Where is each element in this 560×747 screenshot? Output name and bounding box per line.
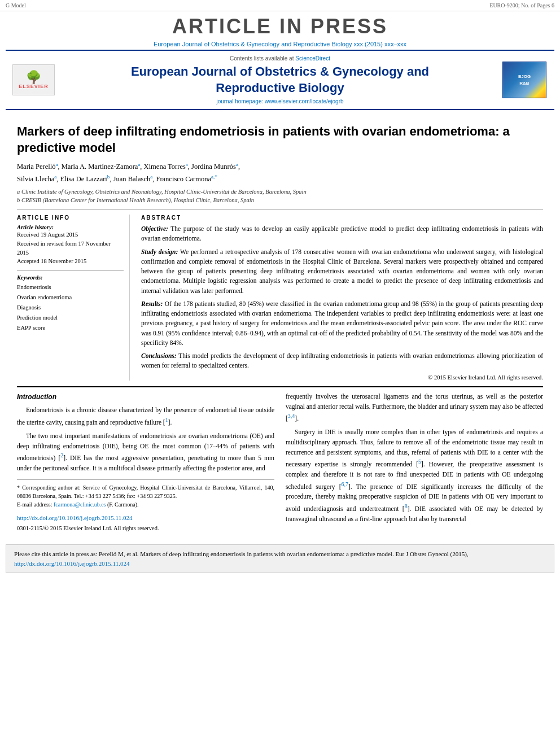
body-section: Introduction Endometriosis is a chronic … (17, 392, 543, 533)
divider-1 (17, 209, 543, 210)
affiliation-b: b CRESIB (Barcelona Center for Internati… (17, 197, 254, 203)
article-in-press-title: ARTICLE IN PRESS (0, 15, 560, 38)
article-title: Markers of deep infiltrating endometrios… (17, 124, 543, 156)
intro-para-4: Surgery in DIE is usually more complex t… (286, 427, 543, 525)
doi-link[interactable]: http://dx.doi.org/10.1016/j.ejogrb.2015.… (17, 513, 274, 523)
intro-para-1: Endometriosis is a chronic disease chara… (17, 405, 274, 427)
elsevier-logo-area: 🌳 ELSEVIER (12, 64, 58, 95)
journal-link-line: European Journal of Obstetrics & Gynecol… (0, 40, 560, 50)
footnote-email: E-mail address: fcarmona@clinic.ub.es (F… (17, 500, 274, 509)
affiliations: a Clinic Institute of Gynecology, Obstet… (17, 187, 543, 206)
contents-line: Contents lists available at ScienceDirec… (64, 55, 496, 62)
article-history: Article history: Received 19 August 2015… (17, 224, 124, 266)
doi-area: http://dx.doi.org/10.1016/j.ejogrb.2015.… (17, 513, 274, 533)
contents-label: Contents lists available at (230, 55, 294, 62)
citation-text: Please cite this article in press as: Pe… (14, 551, 469, 557)
revised-date: Received in revised form 17 November 201… (17, 239, 124, 257)
footnotes-area: * Corresponding author at: Service of Gy… (17, 479, 274, 509)
ref-5: 5 (418, 458, 421, 465)
journal-title-area: Contents lists available at ScienceDirec… (64, 55, 496, 104)
received-date: Received 19 August 2015 (17, 230, 124, 239)
keywords-group: Keywords: Endometriosis Ovarian endometr… (17, 274, 124, 333)
elsevier-logo: 🌳 ELSEVIER (12, 64, 55, 95)
objective-label: Objective: (141, 225, 168, 232)
divider-info (17, 270, 124, 271)
keywords-label: Keywords: (17, 274, 124, 281)
accepted-date: Accepted 18 November 2015 (17, 257, 124, 266)
ref-67: 6,7 (341, 481, 348, 487)
keywords-list: Endometriosis Ovarian endometrioma Diagn… (17, 282, 124, 333)
elsevier-tree-icon: 🌳 (26, 71, 41, 84)
objective-text: The purpose of the study was to develop … (141, 225, 543, 242)
body-col-left: Introduction Endometriosis is a chronic … (17, 392, 274, 533)
info-abstract-section: ARTICLE INFO Article history: Received 1… (17, 215, 543, 381)
keyword-2: Ovarian endometrioma (17, 292, 124, 303)
intro-para-3: frequently involves the uterosacral liga… (286, 392, 543, 424)
article-info-label: ARTICLE INFO (17, 215, 124, 221)
email-name: (F. Carmona). (107, 501, 139, 508)
ref-2: 2 (60, 452, 63, 458)
keyword-1: Endometriosis (17, 282, 124, 292)
conclusions-label: Conclusions: (141, 352, 177, 359)
right-logo-text: EJOGR&B (518, 73, 531, 86)
body-col-right: frequently involves the uterosacral liga… (286, 392, 543, 533)
affiliation-a: a Clinic Institute of Gynecology, Obstet… (17, 189, 307, 195)
email-label: E-mail address: (17, 501, 52, 508)
study-design-label: Study design: (141, 248, 178, 255)
journal-right-logo: EJOGR&B (502, 62, 546, 98)
abstract-objective: Objective: The purpose of the study was … (141, 224, 543, 244)
journal-homepage: journal homepage: www.elsevier.com/locat… (64, 98, 496, 104)
article-in-press-banner: ARTICLE IN PRESS (0, 11, 560, 40)
journal-link-text: European Journal of Obstetrics & Gynecol… (154, 41, 406, 47)
main-content: Markers of deep infiltrating endometrios… (0, 110, 560, 539)
conclusions-text: This model predicts the development of d… (141, 352, 543, 369)
citation-box: Please cite this article in press as: Pe… (6, 544, 554, 573)
intro-para-2: The two most important manifestations of… (17, 431, 274, 474)
top-banner: G Model EURO-9200; No. of Pages 6 (0, 0, 560, 11)
results-label: Results: (141, 300, 163, 307)
keyword-3: Diagnosis (17, 303, 124, 313)
keyword-5: EAPP score (17, 323, 124, 333)
abstract-conclusions: Conclusions: This model predicts the dev… (141, 351, 543, 371)
ref-3: 3,4 (288, 413, 295, 419)
elsevier-label-text: ELSEVIER (19, 84, 49, 89)
history-label: Article history: (17, 224, 124, 230)
divider-body (17, 386, 543, 387)
keyword-4: Prediction model (17, 313, 124, 323)
authors-line: Maria Perellóa, Maria A. Martínez-Zamora… (17, 160, 543, 184)
doi-copyright: 0301-2115/© 2015 Elsevier Ireland Ltd. A… (17, 524, 274, 533)
email-address[interactable]: fcarmona@clinic.ub.es (54, 501, 106, 508)
article-info-col: ARTICLE INFO Article history: Received 1… (17, 215, 130, 381)
introduction-heading: Introduction (17, 392, 274, 403)
ref-8: 8 (405, 503, 408, 509)
abstract-col: ABSTRACT Objective: The purpose of the s… (141, 215, 543, 381)
abstract-copyright: © 2015 Elsevier Ireland Ltd. All rights … (141, 374, 543, 381)
study-design-text: We performed a retrospective analysis of… (141, 248, 543, 294)
ref-1: 1 (165, 417, 168, 423)
citation-link[interactable]: http://dx.doi.org/10.1016/j.ejogrb.2015.… (14, 560, 129, 567)
abstract-label: ABSTRACT (141, 215, 543, 221)
abstract-study-design: Study design: We performed a retrospecti… (141, 247, 543, 296)
model-number: EURO-9200; No. of Pages 6 (489, 2, 554, 8)
g-model-label: G Model (6, 2, 26, 8)
abstract-results: Results: Of the 178 patients studied, 80… (141, 299, 543, 348)
homepage-url[interactable]: www.elsevier.com/locate/ejogrb (265, 98, 344, 104)
journal-title-text: European Journal of Obstetrics & Gynecol… (64, 64, 496, 96)
journal-right-logo-area: EJOGR&B (502, 62, 548, 98)
sciencedirect-link[interactable]: ScienceDirect (295, 55, 330, 62)
results-text: Of the 178 patients studied, 80 (45%) we… (141, 300, 543, 346)
journal-header: 🌳 ELSEVIER Contents lists available at S… (6, 50, 554, 110)
footnote-corresponding: * Corresponding author at: Service of Gy… (17, 483, 274, 500)
